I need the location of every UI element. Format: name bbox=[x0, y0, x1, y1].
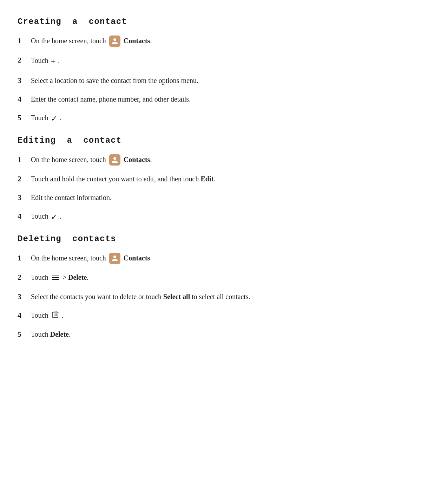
contacts-icon bbox=[109, 35, 120, 47]
step-creating-2: 2 Touch + . bbox=[18, 54, 411, 67]
step-text: Select a location to save the contact fr… bbox=[31, 75, 198, 86]
checkmark-icon: ✓ bbox=[51, 114, 57, 123]
menu-icon bbox=[52, 273, 59, 283]
step-text: Touch > Delete. bbox=[31, 272, 88, 283]
delete-label: Delete bbox=[68, 273, 87, 281]
step-creating-5: 5 Touch ✓ . bbox=[18, 112, 411, 124]
step-editing-3: 3 Edit the contact information. bbox=[18, 192, 411, 203]
delete-confirm-label: Delete bbox=[50, 330, 69, 338]
step-deleting-1: 1 On the home screen, touch Contacts. bbox=[18, 252, 411, 264]
section-editing: Editing a contact 1 On the home screen, … bbox=[18, 136, 411, 223]
step-text: On the home screen, touch Contacts. bbox=[31, 253, 152, 264]
step-text: Touch . bbox=[31, 310, 64, 321]
section-deleting: Deleting contacts 1 On the home screen, … bbox=[18, 234, 411, 340]
contacts-label: Contacts bbox=[124, 156, 150, 163]
select-all-label: Select all bbox=[163, 293, 190, 301]
step-number: 4 bbox=[18, 210, 27, 222]
step-deleting-5: 5 Touch Delete. bbox=[18, 328, 411, 340]
step-number: 2 bbox=[18, 54, 27, 66]
step-number: 4 bbox=[18, 309, 27, 321]
step-number: 1 bbox=[18, 154, 27, 165]
step-text: Touch Delete. bbox=[31, 329, 71, 340]
contacts-icon bbox=[109, 253, 120, 264]
section-title-editing: Editing a contact bbox=[18, 136, 411, 145]
step-number: 2 bbox=[18, 173, 27, 185]
step-text: Enter the contact name, phone number, an… bbox=[31, 94, 191, 104]
step-text: Touch ✓ . bbox=[31, 211, 61, 223]
step-deleting-3: 3 Select the contacts you want to delete… bbox=[18, 291, 411, 302]
contacts-label: Contacts bbox=[124, 37, 150, 45]
checkmark-icon: ✓ bbox=[51, 213, 57, 221]
step-number: 5 bbox=[18, 328, 27, 340]
contacts-label: Contacts bbox=[124, 254, 150, 262]
step-editing-4: 4 Touch ✓ . bbox=[18, 210, 411, 223]
step-number: 3 bbox=[18, 291, 27, 302]
step-creating-1: 1 On the home screen, touch Contacts. bbox=[18, 35, 411, 47]
step-deleting-4: 4 Touch . bbox=[18, 309, 411, 321]
step-number: 4 bbox=[18, 93, 27, 105]
edit-label: Edit bbox=[200, 175, 213, 183]
section-title-deleting: Deleting contacts bbox=[18, 234, 411, 244]
step-text: On the home screen, touch Contacts. bbox=[31, 35, 152, 47]
contacts-icon bbox=[109, 154, 120, 166]
step-number: 1 bbox=[18, 252, 27, 264]
trash-icon bbox=[52, 310, 59, 321]
plus-icon: + bbox=[51, 57, 56, 66]
page-content: Creating a contact 1 On the home screen,… bbox=[18, 17, 411, 340]
step-text: Touch and hold the contact you want to e… bbox=[31, 174, 215, 184]
step-creating-4: 4 Enter the contact name, phone number, … bbox=[18, 93, 411, 105]
section-creating: Creating a contact 1 On the home screen,… bbox=[18, 17, 411, 124]
step-text: Edit the contact information. bbox=[31, 192, 112, 203]
step-text: On the home screen, touch Contacts. bbox=[31, 154, 152, 166]
step-number: 2 bbox=[18, 271, 27, 283]
step-number: 1 bbox=[18, 35, 27, 46]
step-text: Touch ✓ . bbox=[31, 112, 61, 124]
step-deleting-2: 2 Touch > Delete. bbox=[18, 271, 411, 283]
step-text: Select the contacts you want to delete o… bbox=[31, 291, 250, 302]
step-text: Touch + . bbox=[31, 55, 60, 67]
step-number: 5 bbox=[18, 112, 27, 123]
step-editing-2: 2 Touch and hold the contact you want to… bbox=[18, 173, 411, 185]
step-editing-1: 1 On the home screen, touch Contacts. bbox=[18, 154, 411, 166]
step-creating-3: 3 Select a location to save the contact … bbox=[18, 75, 411, 86]
step-number: 3 bbox=[18, 75, 27, 86]
section-title-creating: Creating a contact bbox=[18, 17, 411, 26]
step-number: 3 bbox=[18, 192, 27, 203]
